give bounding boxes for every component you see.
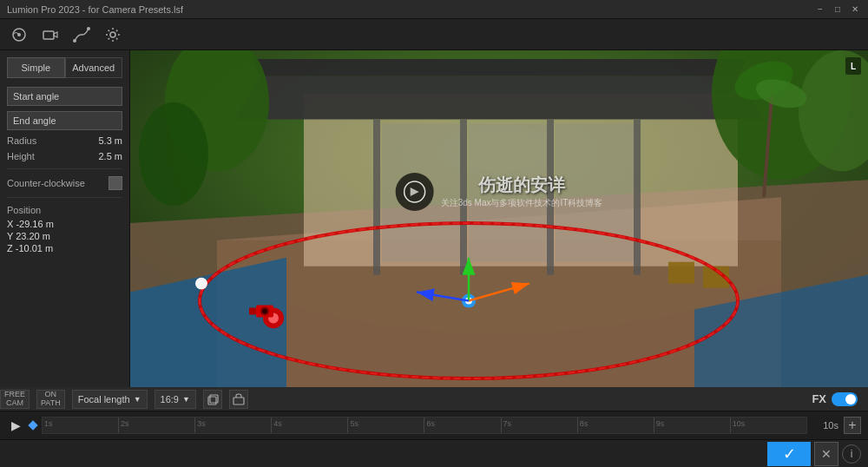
pos-z-row: Z -10.01 m bbox=[7, 243, 122, 253]
end-angle-button[interactable]: End angle bbox=[7, 111, 122, 130]
divider-1 bbox=[7, 168, 122, 169]
tick-1s: 1s bbox=[43, 418, 119, 433]
divider-2 bbox=[7, 197, 122, 198]
confirm-button[interactable]: ✓ bbox=[767, 442, 811, 466]
radius-row: Radius 5.3 m bbox=[7, 135, 122, 146]
playhead-marker bbox=[30, 417, 36, 434]
pos-y-value: Y 23.20 m bbox=[7, 231, 50, 241]
tick-6s: 6s bbox=[424, 418, 501, 433]
tick-10s: 10s bbox=[731, 418, 806, 433]
counter-clockwise-label: Counter-clockwise bbox=[7, 178, 85, 188]
on-path-button[interactable]: ON PATH bbox=[36, 390, 65, 409]
tab-simple[interactable]: Simple bbox=[7, 57, 65, 78]
pos-x-value: X -29.16 m bbox=[7, 219, 54, 229]
play-button[interactable]: ▶ bbox=[7, 417, 24, 434]
camera-free-icon[interactable] bbox=[40, 24, 61, 45]
radius-value: 5.3 m bbox=[98, 135, 122, 146]
fx-toggle[interactable] bbox=[832, 392, 858, 406]
window-controls: − □ ✕ bbox=[814, 3, 861, 16]
info-button[interactable]: i bbox=[842, 444, 861, 464]
top-toolbar bbox=[0, 19, 868, 50]
left-panel: Simple Advanced Start angle End angle Ra… bbox=[0, 50, 130, 387]
svg-point-4 bbox=[87, 27, 90, 30]
tick-9s: 9s bbox=[654, 418, 731, 433]
svg-rect-51 bbox=[210, 395, 218, 403]
timeline: ▶ 1s 2s 3s 4s 5s 6s 7s 8s 9s 10s 10s + bbox=[0, 411, 868, 439]
counter-clockwise-toggle[interactable] bbox=[108, 176, 122, 190]
chevron-down-icon: ▼ bbox=[134, 395, 141, 404]
add-keyframe-button[interactable]: + bbox=[844, 417, 861, 434]
camera-settings-icon[interactable] bbox=[102, 24, 123, 45]
watermark-title: 伤逝的安详 bbox=[441, 174, 603, 197]
camera-settings-button[interactable] bbox=[229, 390, 248, 409]
time-end: 10s bbox=[812, 420, 838, 431]
position-section: Position X -29.16 m Y 23.20 m Z -10.01 m bbox=[7, 205, 122, 253]
minimize-button[interactable]: − bbox=[814, 3, 826, 16]
pos-x-row: X -29.16 m bbox=[7, 219, 122, 229]
viewport[interactable]: 伤逝的安详 关注3ds Max与多项软件技术的IT科技博客 L bbox=[130, 50, 868, 387]
window-title: Lumion Pro 2023 - for Camera Presets.lsf bbox=[7, 4, 183, 15]
height-value: 2.5 m bbox=[98, 151, 122, 161]
svg-point-5 bbox=[110, 32, 115, 37]
watermark: 伤逝的安详 关注3ds Max与多项软件技术的IT科技博客 bbox=[396, 173, 603, 211]
title-bar: Lumion Pro 2023 - for Camera Presets.lsf… bbox=[0, 0, 868, 19]
fx-label: FX bbox=[812, 392, 826, 405]
timeline-ticks: 1s 2s 3s 4s 5s 6s 7s 8s 9s 10s bbox=[43, 418, 806, 433]
tick-4s: 4s bbox=[272, 418, 348, 433]
tick-2s: 2s bbox=[119, 418, 195, 433]
tick-5s: 5s bbox=[348, 418, 424, 433]
svg-rect-50 bbox=[208, 397, 216, 405]
maximize-button[interactable]: □ bbox=[832, 3, 844, 16]
chevron-down-icon: ▼ bbox=[182, 395, 190, 404]
free-cam-button[interactable]: FREE CAM bbox=[0, 390, 30, 409]
tick-3s: 3s bbox=[195, 418, 272, 433]
viewport-background: 伤逝的安详 关注3ds Max与多项软件技术的IT科技博客 L bbox=[130, 50, 868, 387]
cancel-button[interactable]: ✕ bbox=[814, 442, 838, 466]
svg-rect-52 bbox=[233, 398, 244, 405]
camera-path-icon[interactable] bbox=[71, 24, 92, 45]
height-label: Height bbox=[7, 151, 35, 161]
camera-copy-button[interactable] bbox=[203, 390, 222, 409]
main-area: Simple Advanced Start angle End angle Ra… bbox=[0, 50, 868, 387]
scene-overlay bbox=[130, 50, 868, 387]
watermark-subtitle: 关注3ds Max与多项软件技术的IT科技博客 bbox=[441, 197, 603, 209]
start-angle-button[interactable]: Start angle bbox=[7, 87, 122, 106]
tick-7s: 7s bbox=[502, 418, 578, 433]
svg-rect-2 bbox=[43, 31, 54, 39]
tick-8s: 8s bbox=[578, 418, 654, 433]
counter-clockwise-row: Counter-clockwise bbox=[7, 176, 122, 190]
timeline-track[interactable]: 1s 2s 3s 4s 5s 6s 7s 8s 9s 10s bbox=[42, 417, 807, 434]
camera-orbit-icon[interactable] bbox=[9, 24, 30, 45]
svg-point-3 bbox=[73, 39, 76, 43]
action-buttons: ✓ ✕ i bbox=[0, 439, 868, 467]
tab-advanced[interactable]: Advanced bbox=[65, 57, 123, 78]
aspect-ratio-selector[interactable]: 16:9 ▼ bbox=[155, 390, 196, 409]
pos-z-value: Z -10.01 m bbox=[7, 243, 53, 253]
tab-group: Simple Advanced bbox=[7, 57, 122, 78]
position-label: Position bbox=[7, 205, 122, 215]
radius-label: Radius bbox=[7, 135, 36, 146]
pos-y-row: Y 23.20 m bbox=[7, 231, 122, 241]
fx-section: FX bbox=[812, 392, 868, 406]
height-row: Height 2.5 m bbox=[7, 151, 122, 161]
lumion-badge: L bbox=[845, 57, 861, 75]
close-button[interactable]: ✕ bbox=[849, 3, 861, 16]
focal-length-selector[interactable]: Focal length ▼ bbox=[72, 390, 148, 409]
camera-toolbar: FREE CAM ON PATH Focal length ▼ 16:9 ▼ F… bbox=[0, 387, 868, 411]
